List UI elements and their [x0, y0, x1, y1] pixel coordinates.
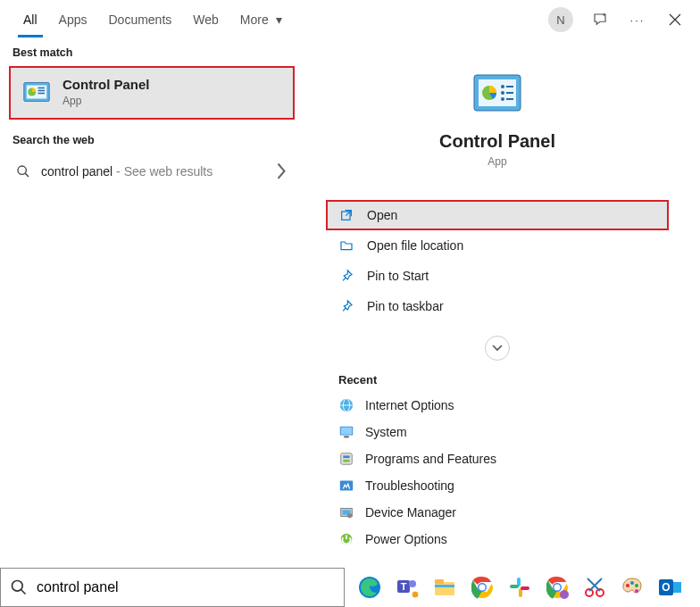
svg-rect-23: [343, 455, 349, 458]
web-result-hint: See web results: [124, 164, 213, 179]
svg-point-30: [12, 581, 23, 592]
web-result-text: control panel - See web results: [41, 164, 264, 179]
actions: Open Open file location Pin to Start: [313, 191, 681, 328]
programs-icon: [338, 451, 354, 467]
detail-title: Control Panel: [439, 131, 555, 152]
svg-point-14: [501, 97, 504, 101]
footer: T O: [0, 568, 700, 607]
svg-rect-37: [435, 579, 444, 584]
svg-rect-13: [506, 92, 513, 94]
recent-item-internet-options[interactable]: Internet Options: [326, 392, 669, 419]
svg-point-54: [635, 584, 638, 587]
action-label: Pin to taskbar: [367, 299, 444, 313]
troubleshoot-icon: [338, 478, 354, 494]
recent-item-label: Power Options: [365, 532, 447, 546]
taskbar-snip-icon[interactable]: [582, 575, 607, 600]
web-result-row[interactable]: control panel - See web results: [0, 152, 304, 190]
pin-icon: [338, 298, 354, 314]
action-pin-to-taskbar[interactable]: Pin to taskbar: [326, 291, 669, 321]
svg-point-35: [412, 591, 419, 598]
svg-rect-20: [341, 428, 353, 435]
recent-item-system[interactable]: System: [326, 419, 669, 445]
left-panel: Best match Control Panel App Search the …: [0, 39, 304, 607]
recent-item-label: Programs and Features: [365, 452, 496, 466]
pin-icon: [338, 268, 354, 284]
action-pin-to-start[interactable]: Pin to Start: [326, 261, 669, 291]
chevron-down-icon: ▾: [276, 12, 282, 27]
recent-item-label: Troubleshooting: [365, 478, 454, 493]
best-match-subtitle: App: [62, 95, 150, 107]
tab-more[interactable]: More ▾: [229, 2, 293, 37]
taskbar-outlook-icon[interactable]: O: [657, 575, 682, 600]
action-open-file-location[interactable]: Open file location: [326, 230, 669, 261]
taskbar-slack-icon[interactable]: [507, 575, 532, 600]
tab-more-label: More: [240, 12, 269, 27]
tab-web[interactable]: Web: [182, 2, 229, 37]
taskbar-chrome-icon[interactable]: [470, 575, 495, 600]
svg-point-34: [409, 580, 416, 587]
tab-documents[interactable]: Documents: [97, 2, 182, 37]
taskbar-paint-icon[interactable]: [620, 575, 645, 600]
tab-apps[interactable]: Apps: [48, 2, 98, 37]
best-match-label: Best match: [0, 39, 304, 64]
search-web-label: Search the web: [0, 127, 304, 152]
svg-point-41: [479, 585, 486, 591]
recent-item-troubleshooting[interactable]: Troubleshooting: [326, 472, 669, 499]
svg-point-53: [630, 581, 634, 585]
taskbar-teams-icon[interactable]: T: [395, 575, 420, 600]
avatar[interactable]: N: [548, 7, 573, 32]
svg-text:T: T: [401, 581, 407, 592]
svg-rect-15: [506, 98, 513, 100]
action-label: Open: [367, 208, 397, 222]
svg-rect-36: [435, 582, 454, 595]
search-input[interactable]: [37, 579, 335, 595]
search-icon: [10, 578, 28, 596]
svg-rect-38: [435, 585, 454, 587]
tab-all[interactable]: All: [12, 2, 48, 37]
svg-rect-24: [343, 460, 349, 462]
folder-icon: [338, 237, 354, 254]
action-open[interactable]: Open: [326, 200, 669, 230]
svg-rect-21: [344, 437, 348, 438]
expand-toggle[interactable]: [485, 336, 510, 361]
svg-rect-25: [340, 481, 353, 491]
web-result-query: control panel: [41, 164, 112, 179]
recent-item-device-manager[interactable]: Device Manager: [326, 499, 669, 526]
svg-point-49: [560, 590, 569, 599]
svg-rect-3: [38, 87, 46, 89]
taskbar-chrome-alt-icon[interactable]: [545, 575, 570, 600]
recent-item-programs[interactable]: Programs and Features: [326, 445, 669, 472]
detail-head: Control Panel App: [313, 49, 681, 191]
close-icon[interactable]: [664, 9, 686, 30]
chevron-right-icon: [275, 161, 288, 181]
power-icon: [338, 531, 354, 547]
best-match-result[interactable]: Control Panel App: [9, 66, 295, 120]
header-right: N ···: [548, 7, 695, 32]
svg-rect-4: [38, 90, 46, 92]
action-label: Pin to Start: [367, 269, 429, 283]
svg-rect-43: [510, 585, 519, 588]
taskbar-explorer-icon[interactable]: [432, 575, 457, 600]
tabs: All Apps Documents Web More ▾: [0, 2, 293, 37]
device-icon: [338, 504, 354, 520]
svg-point-10: [501, 85, 504, 88]
recent-item-power-options[interactable]: Power Options: [326, 526, 669, 553]
taskbar-edge-icon[interactable]: [357, 575, 382, 600]
recent-item-label: Internet Options: [365, 398, 454, 412]
action-label: Open file location: [367, 238, 463, 253]
control-panel-icon: [23, 81, 50, 103]
internet-icon: [338, 397, 354, 413]
search-box[interactable]: [0, 568, 345, 607]
taskbar: T O: [345, 568, 700, 607]
best-match-title: Control Panel: [62, 77, 150, 93]
svg-text:O: O: [662, 581, 670, 594]
search-icon: [16, 164, 30, 179]
detail-subtitle: App: [488, 155, 506, 168]
svg-point-55: [635, 589, 638, 593]
feedback-icon[interactable]: [589, 9, 611, 30]
more-options-icon[interactable]: ···: [627, 9, 648, 30]
svg-point-12: [501, 91, 504, 95]
open-icon: [338, 207, 354, 223]
svg-rect-11: [506, 86, 513, 87]
svg-point-28: [347, 513, 352, 518]
